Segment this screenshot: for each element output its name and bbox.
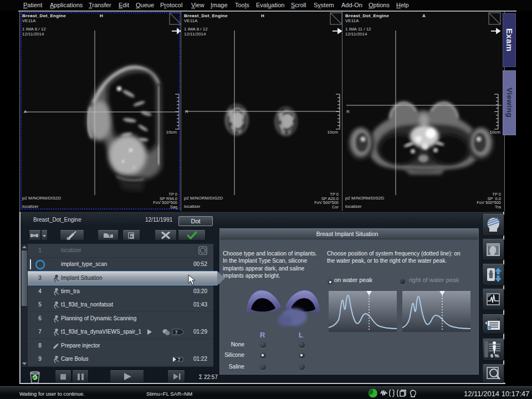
svg-text:7: 7 [177, 357, 180, 362]
svg-text:6 %: 6 % [490, 353, 499, 359]
svg-text:7: 7 [175, 330, 177, 335]
